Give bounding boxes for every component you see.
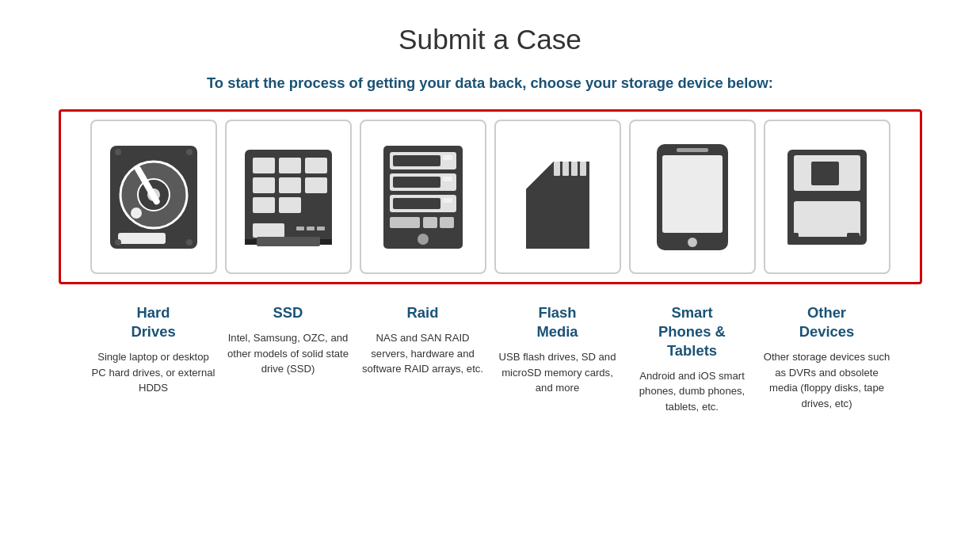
svg-rect-30 [443,155,452,160]
svg-rect-18 [305,177,327,193]
label-hard-drives[interactable]: HardDrives Single laptop or desktop PC h… [90,303,217,415]
device-card-other-devices[interactable] [764,120,890,274]
svg-rect-48 [580,162,586,176]
svg-rect-19 [253,197,275,213]
raid-title: Raid [360,303,486,322]
svg-rect-37 [390,217,420,228]
svg-rect-36 [443,198,452,203]
svg-rect-26 [257,237,320,246]
label-other-devices[interactable]: OtherDevices Other storage devices such … [764,303,890,415]
svg-point-8 [115,149,121,155]
device-card-ssd[interactable] [225,120,352,274]
label-ssd[interactable]: SSD Intel, Samsung, OZC, and other model… [225,303,352,415]
svg-point-11 [186,239,193,246]
device-labels: HardDrives Single laptop or desktop PC h… [59,303,922,415]
flash-media-icon [510,138,605,257]
svg-rect-14 [279,158,301,173]
svg-rect-22 [296,227,304,230]
svg-point-40 [418,234,429,245]
smart-phone-icon [645,138,740,257]
svg-rect-32 [393,177,440,188]
svg-point-10 [115,239,121,246]
device-card-hard-drives[interactable] [90,120,217,274]
flash-media-title: FlashMedia [494,303,621,341]
svg-rect-51 [677,148,708,152]
other-devices-desc: Other storage devices such as DVRs and o… [764,349,890,412]
hard-drives-title: HardDrives [90,303,217,341]
svg-rect-15 [305,158,327,173]
ssd-desc: Intel, Samsung, OZC, and other models of… [225,330,352,377]
svg-point-9 [186,149,193,155]
svg-rect-39 [440,217,454,228]
svg-rect-21 [253,223,284,238]
raid-desc: NAS and SAN RAID servers, hardware and s… [360,330,486,377]
device-card-flash-media[interactable] [494,120,621,274]
svg-rect-29 [393,155,440,166]
svg-rect-16 [253,177,275,193]
svg-rect-56 [794,201,860,237]
hard-drive-icon [106,138,201,257]
svg-rect-47 [571,162,578,176]
flash-media-desc: USB flash drives, SD and microSD memory … [494,349,621,396]
raid-icon [376,138,471,257]
svg-rect-33 [443,177,452,181]
label-smart-phones[interactable]: SmartPhones &Tablets Android and iOS sma… [629,303,756,415]
svg-rect-35 [393,198,440,209]
page-subtitle: To start the process of getting your dat… [207,74,773,92]
svg-rect-55 [811,162,839,185]
device-grid [59,109,922,284]
svg-rect-57 [787,233,799,245]
svg-rect-17 [279,177,301,193]
svg-rect-20 [279,197,301,213]
smart-phones-desc: Android and iOS smart phones, dumb phone… [629,368,756,415]
device-card-raid[interactable] [360,120,486,274]
page-title: Submit a Case [398,24,582,55]
svg-rect-23 [307,227,315,230]
svg-rect-7 [118,233,166,244]
device-card-smart-phones[interactable] [629,120,756,274]
svg-rect-13 [253,158,275,173]
floppy-disk-icon [780,138,875,257]
hard-drives-desc: Single laptop or desktop PC hard drives,… [90,349,217,396]
svg-rect-50 [662,155,723,233]
svg-point-6 [131,207,142,219]
other-devices-title: OtherDevices [764,303,890,341]
ssd-title: SSD [225,303,352,322]
smart-phones-title: SmartPhones &Tablets [629,303,756,360]
ssd-icon [241,138,336,257]
svg-rect-45 [554,162,560,176]
svg-rect-58 [847,233,860,242]
label-raid[interactable]: Raid NAS and SAN RAID servers, hardware … [360,303,486,415]
svg-rect-24 [317,227,325,230]
svg-point-52 [688,238,697,247]
label-flash-media[interactable]: FlashMedia USB flash drives, SD and micr… [494,303,621,415]
svg-rect-46 [562,162,569,176]
svg-rect-38 [423,217,437,228]
